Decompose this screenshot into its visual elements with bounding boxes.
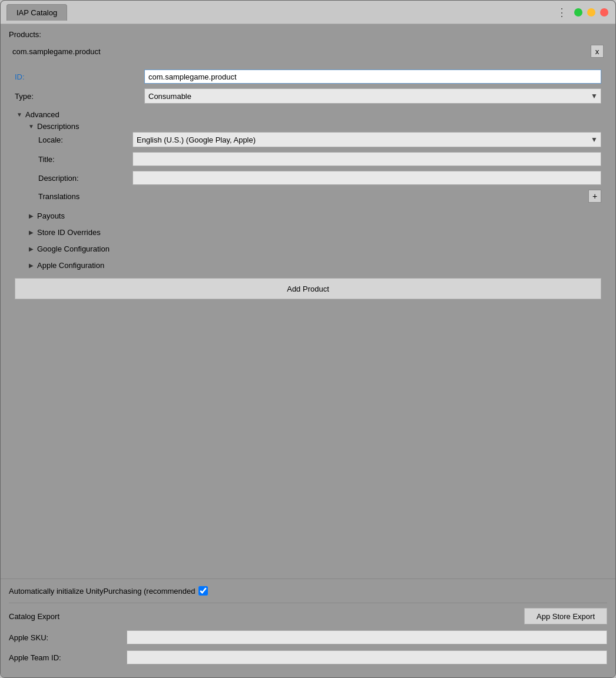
- products-label: Products:: [9, 30, 607, 39]
- locale-select-wrapper: English (U.S.) (Google Play, Apple) Fren…: [133, 132, 601, 147]
- close-button[interactable]: [600, 8, 608, 16]
- title-label: Title:: [38, 155, 133, 164]
- divider: [9, 603, 607, 603]
- title-row: Title:: [38, 152, 601, 166]
- google-config-label: Google Configuration: [37, 244, 110, 253]
- store-id-overrides-arrow-icon: ▶: [27, 227, 36, 237]
- product-item: com.samplegame.product x: [9, 42, 607, 60]
- apple-sku-row: Apple SKU:: [9, 630, 607, 644]
- main-content: Products: com.samplegame.product x ID: T…: [1, 24, 615, 578]
- type-select-wrapper: Consumable Non-Consumable Subscription ▼: [144, 88, 601, 104]
- apple-team-id-row: Apple Team ID:: [9, 650, 607, 664]
- product-name: com.samplegame.product: [12, 47, 101, 56]
- advanced-arrow-icon: ▼: [15, 110, 24, 119]
- auto-init-row: Automatically initialize UnityPurchasing…: [9, 586, 607, 596]
- maximize-button[interactable]: [574, 8, 582, 16]
- description-row: Description:: [38, 171, 601, 185]
- advanced-content: ▼ Descriptions Locale: English (U.S.) (G…: [15, 120, 601, 273]
- description-input[interactable]: [133, 171, 601, 185]
- advanced-section: ▼ Advanced ▼ Descriptions Locale:: [15, 108, 601, 273]
- apple-sku-input[interactable]: [127, 630, 607, 644]
- type-select[interactable]: Consumable Non-Consumable Subscription: [144, 88, 601, 104]
- title-bar: IAP Catalog ⋮: [1, 1, 615, 24]
- type-row: Type: Consumable Non-Consumable Subscrip…: [15, 88, 601, 104]
- minimize-button[interactable]: [587, 8, 595, 16]
- apple-team-id-input[interactable]: [127, 650, 607, 664]
- dots-menu-icon[interactable]: ⋮: [557, 6, 567, 19]
- type-label: Type:: [15, 92, 144, 101]
- apple-config-header[interactable]: ▶ Apple Configuration: [27, 257, 601, 273]
- remove-product-button[interactable]: x: [591, 45, 604, 58]
- add-translation-button[interactable]: +: [588, 190, 601, 203]
- main-window: IAP Catalog ⋮ Products: com.samplegame.p…: [0, 0, 616, 678]
- apple-team-id-label: Apple Team ID:: [9, 653, 127, 662]
- id-row: ID:: [15, 70, 601, 84]
- window-title: IAP Catalog: [6, 4, 67, 21]
- empty-space: [9, 305, 607, 399]
- catalog-export-label: Catalog Export: [9, 612, 59, 621]
- payouts-arrow-icon: ▶: [27, 211, 36, 220]
- window-controls: ⋮: [557, 6, 608, 19]
- apple-config-label: Apple Configuration: [37, 261, 104, 270]
- descriptions-label: Descriptions: [37, 122, 80, 131]
- auto-init-checkbox[interactable]: [198, 586, 208, 596]
- payouts-header[interactable]: ▶ Payouts: [27, 207, 601, 224]
- descriptions-section: ▼ Descriptions Locale: English (U.S.) (G…: [27, 120, 601, 203]
- advanced-header[interactable]: ▼ Advanced: [15, 108, 601, 120]
- store-id-overrides-header[interactable]: ▶ Store ID Overrides: [27, 224, 601, 240]
- translations-label: Translations: [38, 192, 80, 201]
- description-label: Description:: [38, 174, 133, 183]
- google-config-header[interactable]: ▶ Google Configuration: [27, 240, 601, 257]
- store-id-overrides-label: Store ID Overrides: [37, 228, 101, 237]
- bottom-section: Automatically initialize UnityPurchasing…: [1, 578, 615, 677]
- locale-select[interactable]: English (U.S.) (Google Play, Apple) Fren…: [133, 132, 601, 147]
- auto-init-label: Automatically initialize UnityPurchasing…: [9, 587, 195, 596]
- payouts-label: Payouts: [37, 211, 65, 220]
- locale-label: Locale:: [38, 135, 133, 144]
- descriptions-header[interactable]: ▼ Descriptions: [27, 120, 601, 132]
- locale-row: Locale: English (U.S.) (Google Play, App…: [38, 132, 601, 147]
- advanced-label: Advanced: [25, 110, 59, 119]
- google-config-arrow-icon: ▶: [27, 244, 36, 253]
- title-input[interactable]: [133, 152, 601, 166]
- apple-config-arrow-icon: ▶: [27, 260, 36, 270]
- id-label: ID:: [15, 72, 144, 81]
- apple-sku-label: Apple SKU:: [9, 633, 127, 642]
- product-form: ID: Type: Consumable Non-Consumable Subs…: [9, 66, 607, 305]
- descriptions-arrow-icon: ▼: [27, 121, 36, 131]
- translations-row: Translations +: [38, 190, 601, 203]
- catalog-export-row: Catalog Export App Store Export: [9, 608, 607, 624]
- id-input[interactable]: [144, 70, 601, 84]
- descriptions-content: Locale: English (U.S.) (Google Play, App…: [27, 132, 601, 203]
- app-store-export-button[interactable]: App Store Export: [524, 608, 607, 624]
- add-product-button[interactable]: Add Product: [15, 278, 601, 299]
